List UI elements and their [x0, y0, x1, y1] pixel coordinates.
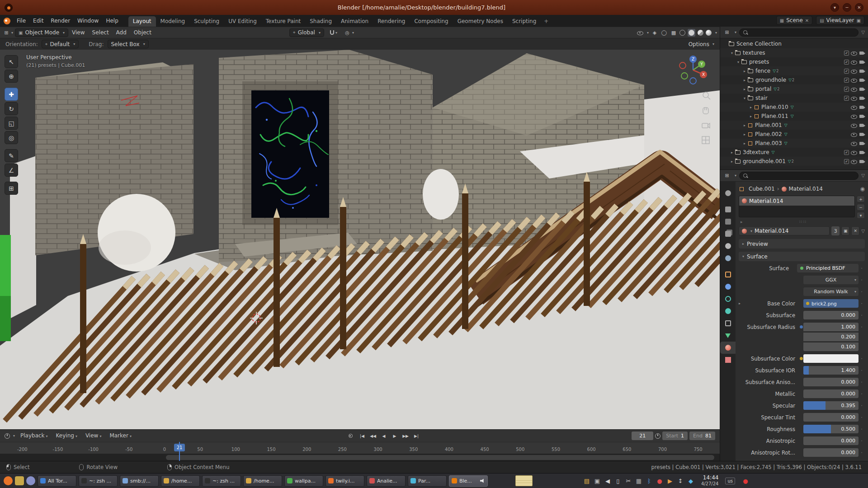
- timeline-menu-playback[interactable]: Playback▾: [17, 430, 52, 442]
- visibility-eye-icon[interactable]: [851, 104, 857, 110]
- add-workspace-button[interactable]: +: [541, 16, 552, 27]
- tray-notes-icon[interactable]: ▤: [583, 478, 590, 484]
- blender-logo-icon[interactable]: [4, 18, 10, 24]
- workspace-tab-geometry-nodes[interactable]: Geometry Nodes: [453, 16, 508, 27]
- keyframe-dot-icon[interactable]: ·: [859, 391, 865, 396]
- selectability-checkbox[interactable]: [844, 69, 849, 74]
- visibility-eye-icon[interactable]: [851, 95, 857, 101]
- keyboard-layout-indicator[interactable]: us: [725, 478, 735, 484]
- render-visibility-camera-icon[interactable]: [859, 159, 865, 164]
- keyframe-dot-icon[interactable]: ·: [859, 380, 865, 385]
- visibility-eye-icon[interactable]: [851, 113, 857, 119]
- keyframe-dot-icon[interactable]: ·: [859, 313, 865, 318]
- property-node-button[interactable]: Principled BSDF: [797, 264, 859, 272]
- menu-edit[interactable]: Edit: [29, 15, 47, 27]
- keyframe-dot-icon[interactable]: ·: [859, 427, 865, 432]
- tray-record-icon[interactable]: ●: [656, 478, 663, 484]
- render-visibility-camera-icon[interactable]: [859, 86, 865, 92]
- property-slider[interactable]: 1.400: [803, 366, 859, 375]
- property-number[interactable]: 0.000: [803, 378, 859, 386]
- launcher-files-icon[interactable]: [15, 476, 24, 485]
- properties-tab-scene[interactable]: [720, 240, 736, 252]
- visibility-eye-icon[interactable]: [851, 150, 857, 155]
- white-sphere-right[interactable]: [423, 169, 459, 220]
- keyframe-dot-icon[interactable]: ·: [859, 368, 865, 373]
- keyframe-dot-icon[interactable]: ·: [859, 289, 865, 294]
- property-dropdown[interactable]: GGX▾: [803, 276, 859, 284]
- frame-end-field[interactable]: End 81: [689, 432, 715, 440]
- expand-property-icon[interactable]: ▸: [739, 301, 744, 305]
- material-datablock-field[interactable]: ▾ Material.014: [739, 226, 830, 235]
- property-slider[interactable]: 0.500: [803, 425, 859, 433]
- menu-render[interactable]: Render: [47, 15, 74, 27]
- tray-network-icon[interactable]: ↕: [677, 478, 684, 484]
- proportional-editing-toggle[interactable]: ◎ ▾: [342, 28, 355, 37]
- outliner-row-portal[interactable]: ▸portal▽2: [720, 84, 868, 94]
- tray-cut-icon[interactable]: ✂: [625, 478, 632, 484]
- expand-arrow-icon[interactable]: ▸: [742, 141, 747, 145]
- timeline-menu-marker[interactable]: Marker▾: [106, 430, 135, 442]
- render-visibility-camera-icon[interactable]: [859, 141, 865, 146]
- visibility-eye-icon[interactable]: [851, 50, 857, 56]
- properties-tab-render[interactable]: [720, 203, 736, 216]
- timeline-editor-icon[interactable]: [5, 433, 10, 439]
- gizmos-icon[interactable]: ◈: [651, 29, 658, 36]
- property-number[interactable]: 1.000: [803, 323, 859, 331]
- render-visibility-camera-icon[interactable]: [859, 77, 865, 83]
- transport-next-keyframe-button[interactable]: ▶▶: [401, 432, 410, 441]
- outliner-row-fence[interactable]: ▸fence▽2: [720, 66, 868, 75]
- outliner-filter-icon[interactable]: ▽: [861, 30, 865, 35]
- add-slot-button[interactable]: +: [857, 196, 865, 202]
- visibility-eye-icon[interactable]: [851, 131, 857, 137]
- expand-arrow-icon[interactable]: ▸: [742, 132, 747, 136]
- expand-arrow-icon[interactable]: ▾: [742, 96, 747, 100]
- stone-building-portal[interactable]: [219, 50, 433, 262]
- selectability-checkbox[interactable]: [844, 159, 849, 164]
- keyframe-dot-icon[interactable]: ·: [859, 438, 865, 443]
- playhead-line[interactable]: [179, 442, 180, 461]
- taskbar-window-analie[interactable]: Analie...: [367, 475, 406, 487]
- tray-device-icon[interactable]: ◆: [687, 478, 694, 484]
- material-users-count[interactable]: 3: [831, 226, 840, 235]
- transport-prev-keyframe-button[interactable]: ◀◀: [368, 432, 378, 441]
- material-copy-button[interactable]: ▣: [841, 226, 849, 235]
- properties-tab-object[interactable]: [720, 268, 736, 281]
- selectability-checkbox[interactable]: [844, 51, 849, 56]
- render-visibility-camera-icon[interactable]: [859, 68, 865, 74]
- editor-type-icon[interactable]: ⊞: [3, 29, 10, 36]
- preview-section-header[interactable]: ▸ Preview: [739, 239, 865, 249]
- properties-filter-icon[interactable]: ▽: [861, 173, 865, 178]
- properties-tab-view-layer[interactable]: [720, 228, 736, 240]
- render-visibility-camera-icon[interactable]: [859, 113, 865, 119]
- render-visibility-camera-icon[interactable]: [859, 150, 865, 155]
- transport-jump-to-start-button[interactable]: |◀: [357, 432, 367, 441]
- viewlayer-copy-icon[interactable]: ▣: [857, 18, 861, 23]
- scrollbar-handle[interactable]: [166, 455, 714, 460]
- workspace-tab-texture-paint[interactable]: Texture Paint: [261, 16, 305, 27]
- fence-post[interactable]: [80, 244, 86, 393]
- tool-select-box[interactable]: ↖: [5, 55, 18, 68]
- viewport-scene[interactable]: Z Y X: [0, 50, 720, 429]
- viewport-3d[interactable]: Z Y X User Perspective (21): [0, 50, 720, 429]
- properties-tab-world[interactable]: [720, 252, 736, 264]
- frame-start-field[interactable]: Start 1: [662, 432, 688, 440]
- tray-volume-icon[interactable]: ◀: [604, 478, 611, 484]
- autokey-clock-icon[interactable]: [655, 433, 660, 439]
- window-minimize-button[interactable]: −: [843, 3, 851, 12]
- remove-slot-button[interactable]: −: [857, 204, 865, 211]
- property-number[interactable]: 0.100: [803, 343, 859, 351]
- viewport-menu-add[interactable]: Add: [113, 27, 130, 38]
- properties-tab-material[interactable]: [720, 342, 736, 354]
- gizmo-neg-x[interactable]: [679, 62, 686, 69]
- expand-arrow-icon[interactable]: ▾: [736, 60, 741, 64]
- properties-search-input[interactable]: [739, 172, 859, 180]
- expand-arrow-icon[interactable]: ▸: [748, 105, 754, 109]
- material-unlink-button[interactable]: ✕: [851, 226, 859, 235]
- window-close-button[interactable]: ✕: [855, 3, 863, 12]
- properties-tab-object-data[interactable]: [720, 329, 736, 342]
- slot-specials-button[interactable]: ▾: [857, 212, 865, 219]
- taskbar-window-all-tor[interactable]: All Tor...: [38, 475, 76, 487]
- expand-arrow-icon[interactable]: ▸: [748, 114, 754, 118]
- properties-tab-output[interactable]: [720, 216, 736, 228]
- properties-tab-particles[interactable]: [720, 293, 736, 305]
